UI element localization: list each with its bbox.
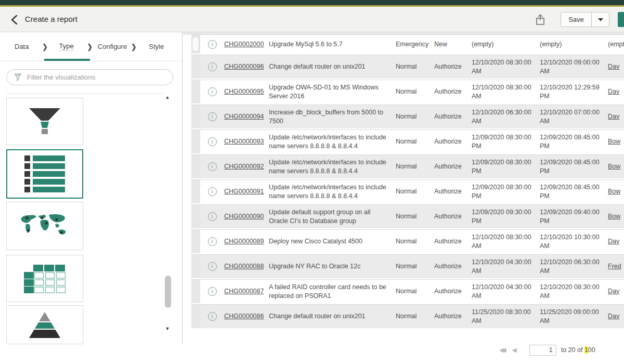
row-range-text: to 20 of 100 (561, 346, 595, 354)
change-number-link[interactable]: CHG0000095 (224, 87, 269, 96)
table-row[interactable]: i CHG0000087 A failed RAID controller ca… (191, 279, 624, 303)
change-number-link[interactable]: CHG0000092 (224, 162, 269, 171)
table-row[interactable]: i CHG0000090 Update default support grou… (191, 204, 624, 228)
short-description-cell: Upgrade OWA-SD-01 to MS Windows Server 2… (269, 83, 396, 101)
wizard-breadcrumb: Data ❯ Type ❯ Configure ❯ Style (0, 32, 182, 61)
change-number-link[interactable]: CHG0000091 (224, 187, 269, 196)
end-date-cell: 12/10/2020 08:30:00 AM (540, 283, 608, 301)
end-date-cell: 12/09/2020 08:45:00 PM (540, 183, 608, 201)
viz-card-pyramid[interactable] (6, 305, 83, 344)
assignee-link[interactable]: Dav (608, 87, 624, 96)
start-date-cell: 12/10/2020 06:30:00 AM (472, 108, 540, 126)
change-number-link[interactable]: CHG0000096 (224, 62, 269, 71)
change-number-link[interactable]: CHG0000093 (224, 137, 269, 146)
change-number-link[interactable]: CHG0000086 (224, 312, 269, 321)
assignee-link[interactable]: Bow (608, 162, 624, 171)
table-row[interactable]: i CHG0000095 Upgrade OWA-SD-01 to MS Win… (191, 80, 624, 103)
assignee-link[interactable]: Dav (608, 112, 624, 121)
start-date-cell: 11/25/2020 08:30:00 AM (472, 308, 540, 326)
info-icon[interactable]: i (208, 237, 217, 246)
state-cell: Authorize (434, 312, 472, 321)
info-icon[interactable]: i (208, 112, 217, 121)
info-icon[interactable]: i (208, 187, 217, 196)
priority-cell: Normal (396, 287, 434, 296)
clipped-primary-button[interactable] (618, 12, 624, 27)
info-icon[interactable]: i (208, 40, 217, 49)
start-date-cell: (empty) (472, 40, 540, 49)
table-row[interactable]: i CHG0000093 Update /etc/network/interfa… (191, 129, 624, 153)
scroll-up-arrow-icon[interactable]: ▲ (163, 95, 172, 100)
table-row[interactable]: i CHG0000088 Upgrade NY RAC to Oracle 12… (191, 254, 624, 278)
change-number-link[interactable]: CHG0000094 (224, 112, 269, 121)
state-cell: Authorize (434, 137, 472, 146)
state-cell: Authorize (434, 262, 472, 271)
change-number-link[interactable]: CHG0002000 (224, 40, 269, 49)
end-date-cell: 12/10/2020 07:00:00 AM (540, 108, 608, 126)
highlighted-digit: 1 (584, 346, 588, 354)
assignee-link[interactable]: Bow (608, 187, 624, 196)
first-page-icon[interactable]: ◀◀ (499, 346, 503, 354)
breadcrumb-step-type[interactable]: Type (59, 42, 74, 51)
chevron-right-icon: ❯ (87, 42, 93, 50)
app-window: Create a report Save Data ❯ Type ❯ Confi… (0, 0, 624, 364)
table-row[interactable]: i CHG0002000 Upgrade MySql 5.6 to 5.7 Em… (191, 34, 624, 54)
info-icon[interactable]: i (208, 212, 217, 221)
share-icon[interactable] (535, 14, 546, 26)
assignee-link[interactable]: Bow (608, 137, 624, 146)
assignee-link[interactable]: Bow (608, 212, 624, 221)
assignee-link[interactable]: (empty) (608, 40, 624, 49)
scroll-down-arrow-icon[interactable]: ▼ (163, 326, 172, 331)
sidebar-scrollbar-thumb[interactable] (165, 276, 171, 308)
visualization-filter-input[interactable]: Filter the visualizations (6, 69, 173, 85)
viz-card-grid-table[interactable] (6, 255, 83, 302)
assignee-link[interactable]: Dav (608, 312, 624, 321)
assignee-link[interactable]: Fred (608, 262, 624, 271)
short-description-cell: Update /etc/network/interfaces to includ… (269, 158, 396, 176)
breadcrumb-step-style[interactable]: Style (149, 43, 164, 50)
change-number-link[interactable]: CHG0000090 (224, 212, 269, 221)
change-number-link[interactable]: CHG0000089 (224, 237, 269, 246)
info-icon[interactable]: i (208, 162, 217, 171)
viz-card-world-map[interactable] (6, 202, 83, 250)
info-icon[interactable]: i (208, 137, 217, 146)
change-number-link[interactable]: CHG0000088 (224, 262, 269, 271)
filter-placeholder-text: Filter the visualizations (27, 73, 96, 81)
state-cell: Authorize (434, 162, 472, 171)
assignee-link[interactable]: Dav (608, 62, 624, 71)
info-icon[interactable]: i (208, 312, 217, 321)
breadcrumb-step-data[interactable]: Data (15, 43, 29, 50)
info-icon[interactable]: i (208, 62, 217, 71)
funnel-chart-icon (29, 108, 61, 136)
priority-cell: Normal (396, 137, 434, 146)
table-row[interactable]: i CHG0000094 Increase db_block_buffers f… (191, 105, 624, 128)
pyramid-chart-icon (29, 311, 61, 339)
table-row[interactable]: i CHG0000092 Update /etc/network/interfa… (191, 154, 624, 178)
previous-page-icon[interactable]: ◀ (512, 346, 516, 354)
start-date-cell: 12/09/2020 08:30:00 PM (472, 183, 540, 201)
table-row[interactable]: i CHG0000089 Deploy new Cisco Catalyst 4… (191, 229, 624, 253)
change-number-link[interactable]: CHG0000087 (224, 287, 269, 296)
info-icon[interactable]: i (208, 262, 217, 271)
viz-card-list[interactable] (6, 149, 83, 199)
assignee-link[interactable]: Dav (608, 287, 624, 296)
page-number-input[interactable] (529, 345, 556, 356)
short-description-cell: Upgrade NY RAC to Oracle 12c (269, 262, 396, 271)
save-button[interactable]: Save (561, 12, 592, 27)
table-row[interactable]: i CHG0000086 Change default router on un… (191, 304, 624, 328)
short-description-cell: Upgrade MySql 5.6 to 5.7 (269, 40, 396, 49)
save-dropdown-button[interactable] (592, 12, 609, 27)
priority-cell: Normal (396, 237, 434, 246)
report-designer-sidebar: Data ❯ Type ❯ Configure ❯ Style Filter t… (0, 32, 183, 344)
table-row[interactable]: i CHG0000091 Update /etc/network/interfa… (191, 179, 624, 203)
list-chart-icon (24, 155, 65, 192)
table-scrollbar-thumb[interactable] (192, 36, 199, 52)
info-icon[interactable]: i (208, 287, 217, 296)
assignee-link[interactable]: Dav (608, 237, 624, 246)
breadcrumb-step-configure[interactable]: Configure (98, 43, 127, 50)
chevron-down-icon (598, 18, 603, 21)
viz-card-funnel[interactable] (6, 98, 83, 145)
table-row[interactable]: i CHG0000096 Change default router on un… (191, 55, 624, 79)
priority-cell: Normal (396, 187, 434, 196)
info-icon[interactable]: i (208, 87, 217, 96)
back-chevron-icon[interactable] (9, 14, 21, 25)
